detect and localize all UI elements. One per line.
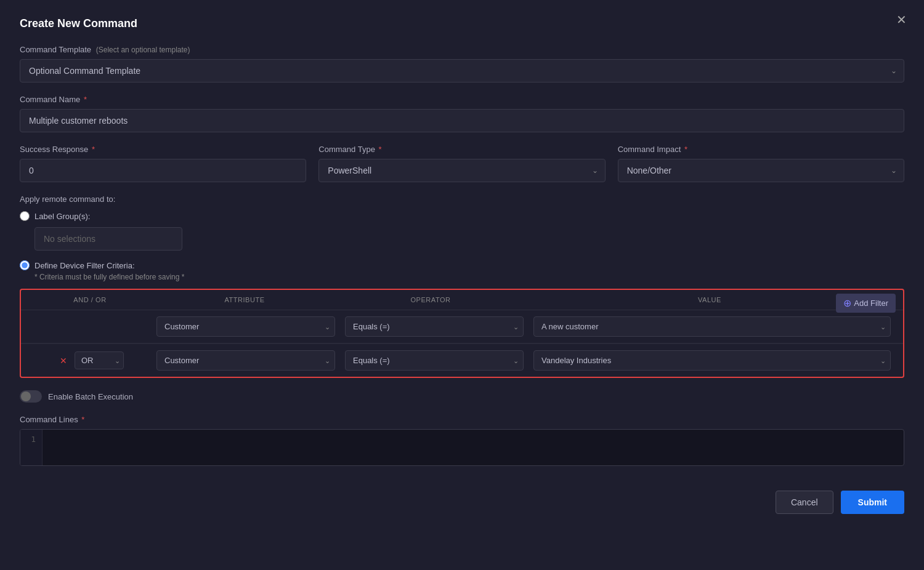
line-numbers: 1 [20, 430, 43, 465]
command-name-section: Command Name * [20, 95, 904, 132]
command-name-label: Command Name * [20, 95, 904, 104]
code-input-area[interactable] [43, 430, 904, 465]
batch-execution-row: Enable Batch Execution [20, 390, 904, 403]
dialog-footer: Cancel Submit [20, 481, 904, 514]
filter-row: Customer ⌄ Equals (=) ⌄ A new customer [21, 310, 903, 343]
filter-table-wrapper: AND / OR ATTRIBUTE OPERATOR VALUE ⊕ Add … [20, 289, 904, 378]
plus-icon: ⊕ [843, 297, 851, 309]
dialog-title: Create New Command [20, 17, 904, 30]
command-impact-select[interactable]: None/Other [618, 159, 904, 182]
filter-cell-val-2: Vandelay Industries ⌄ [529, 350, 896, 371]
label-groups-radio-row: Label Group(s): [20, 211, 904, 221]
command-template-section: Command Template (Select an optional tem… [20, 45, 904, 82]
submit-button[interactable]: Submit [841, 491, 904, 514]
batch-execution-toggle[interactable] [20, 390, 42, 403]
apply-section: Apply remote command to: Label Group(s):… [20, 195, 904, 281]
command-lines-section: Command Lines * 1 [20, 415, 904, 466]
filter-cell-and-2: ✕ OR AND ⌄ [28, 351, 152, 369]
command-name-input[interactable] [20, 109, 904, 132]
command-impact-wrapper: None/Other ⌄ [618, 159, 904, 182]
add-filter-button[interactable]: ⊕ Add Filter [836, 294, 896, 313]
filter-cell-val-1: A new customer ⌄ [529, 316, 896, 337]
command-template-select[interactable]: Optional Command Template [20, 59, 904, 82]
cancel-button[interactable]: Cancel [776, 491, 833, 514]
filter-cell-op-1: Equals (=) ⌄ [340, 316, 529, 337]
filter-row-2: ✕ OR AND ⌄ Customer ⌄ [21, 344, 903, 377]
col-header-attribute: ATTRIBUTE [152, 296, 338, 303]
required-star-ci: * [684, 145, 687, 154]
command-type-section: Command Type * PowerShell ⌄ [318, 145, 605, 182]
and-or-select-2[interactable]: OR AND [75, 351, 124, 369]
apply-label: Apply remote command to: [20, 195, 904, 204]
define-criteria-label: Define Device Filter Criteria: [34, 261, 135, 270]
command-lines-label: Command Lines * [20, 415, 904, 424]
required-star-sr: * [92, 145, 95, 154]
command-template-label: Command Template (Select an optional tem… [20, 45, 904, 54]
three-col-section: Success Response * Command Type * PowerS… [20, 145, 904, 182]
command-type-select[interactable]: PowerShell [318, 159, 605, 182]
command-type-wrapper: PowerShell ⌄ [318, 159, 605, 182]
criteria-note: * Criteria must be fully defined before … [34, 273, 904, 281]
label-groups-label: Label Group(s): [34, 212, 90, 221]
filter-attribute-select-1[interactable]: Customer [156, 316, 335, 337]
required-star-ct: * [378, 145, 381, 154]
filter-operator-select-2[interactable]: Equals (=) [345, 350, 524, 371]
label-groups-radio[interactable] [20, 211, 30, 221]
filter-value-select-1[interactable]: A new customer [533, 316, 891, 337]
toggle-dot [21, 391, 31, 401]
close-button[interactable]: ✕ [896, 14, 907, 26]
success-response-input[interactable] [20, 159, 306, 182]
filter-operator-select-1[interactable]: Equals (=) [345, 316, 524, 337]
define-criteria-radio[interactable] [20, 260, 30, 270]
filter-table-header: AND / OR ATTRIBUTE OPERATOR VALUE ⊕ Add … [21, 290, 903, 310]
filter-attribute-select-2[interactable]: Customer [156, 350, 335, 371]
no-selections-box[interactable]: No selections [34, 227, 182, 251]
col-header-and-or: AND / OR [28, 296, 152, 303]
delete-filter-button-2[interactable]: ✕ [56, 353, 71, 368]
code-editor: 1 [20, 429, 904, 466]
command-impact-section: Command Impact * None/Other ⌄ [618, 145, 904, 182]
create-command-dialog: Create New Command ✕ Command Template (S… [0, 0, 924, 570]
filter-cell-attr-2: Customer ⌄ [152, 350, 340, 371]
filter-cell-attr-1: Customer ⌄ [152, 316, 340, 337]
batch-execution-label: Enable Batch Execution [48, 392, 133, 401]
filter-cell-op-2: Equals (=) ⌄ [340, 350, 529, 371]
required-star: * [84, 95, 87, 104]
col-header-operator: OPERATOR [338, 296, 524, 303]
define-criteria-radio-row: Define Device Filter Criteria: [20, 260, 904, 270]
command-template-wrapper: Optional Command Template ⌄ [20, 59, 904, 82]
filter-value-select-2[interactable]: Vandelay Industries [533, 350, 891, 371]
required-star-cl: * [81, 415, 84, 424]
success-response-section: Success Response * [20, 145, 306, 182]
